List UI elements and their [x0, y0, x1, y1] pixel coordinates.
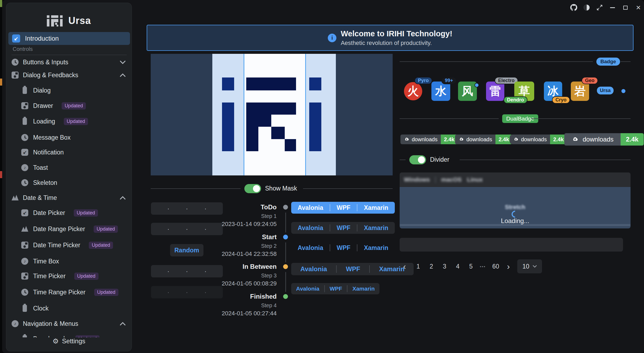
downloads-badge-large[interactable]: downloads 2.4k — [564, 133, 644, 146]
xamarin-button[interactable]: Xamarin — [357, 224, 395, 232]
theme-toggle-icon — [583, 4, 590, 11]
updated-badge: Updated — [62, 102, 86, 110]
trees-icon — [21, 225, 28, 232]
pagination-page-3[interactable]: 3 — [439, 260, 451, 273]
pagination-page-5[interactable]: 5 — [465, 260, 477, 273]
logo-pixel — [246, 77, 296, 90]
desktop: × Ursa Introduction Con — [0, 0, 644, 353]
pagination-page-last[interactable]: 60 — [490, 260, 502, 273]
sidebar-item-clock[interactable]: Clock — [8, 302, 130, 315]
blurred-stretch-label: Stretch — [400, 204, 631, 211]
downloads-badge[interactable]: downloads 2.4k — [400, 135, 458, 144]
wpf-button[interactable]: WPF — [330, 244, 357, 252]
avalonia-button[interactable]: Avalonia — [291, 265, 336, 273]
pagination-page-1[interactable]: 1 — [412, 260, 424, 273]
sidebar-item-notification[interactable]: Notification — [8, 146, 130, 158]
sidebar-item-date-time-picker[interactable]: Date Time Picker Updated — [8, 239, 130, 251]
sidebar-item-dialog[interactable]: Dialog — [8, 84, 130, 97]
sidebar-group-date-time[interactable]: Date & Time — [8, 192, 130, 204]
xamarin-button[interactable]: Xamarin — [347, 285, 379, 292]
show-mask-toggle[interactable] — [244, 184, 261, 193]
badge-ursa: Ursa — [597, 87, 614, 94]
sidebar-item-toast[interactable]: Toast — [8, 161, 130, 174]
pagination-next-button[interactable]: › — [504, 260, 512, 273]
wpf-button[interactable]: WPF — [325, 285, 347, 292]
sidebar-group-dialog-feedbacks[interactable]: Dialog & Feedbacks — [8, 69, 130, 81]
theme-toggle-button[interactable] — [581, 3, 592, 12]
button-group-solid: Avalonia WPF Xamarin — [291, 202, 395, 214]
tab-windows[interactable]: Windows — [404, 176, 430, 183]
wpf-button[interactable]: WPF — [330, 224, 357, 232]
tab-macos[interactable]: macOS — [441, 176, 462, 183]
downloads-badge[interactable]: downloads 2.4k — [455, 135, 512, 144]
sidebar-item-skeleton[interactable]: Skeleton — [8, 176, 130, 189]
tab-linux[interactable]: Linux — [467, 176, 483, 183]
divider-toggle[interactable] — [409, 155, 426, 164]
introduction-icon — [12, 34, 20, 43]
show-mask-label: Show Mask — [265, 185, 297, 192]
ursa-logo-icon — [47, 14, 64, 28]
sidebar-item-date-range-picker[interactable]: Date Range Picker Updated — [8, 223, 130, 235]
xamarin-button[interactable]: Xamarin — [357, 244, 395, 252]
avalonia-button[interactable]: Avalonia — [291, 204, 330, 211]
info-icon: i — [328, 34, 336, 42]
minimize-button[interactable] — [607, 3, 618, 12]
badge-cryo: Cryo — [552, 96, 570, 104]
loading-panel: Windows macOS Linux Stretch Loading... — [400, 172, 631, 228]
battery-icon — [23, 305, 27, 312]
sidebar-item-drawer[interactable]: Drawer Updated — [8, 100, 130, 112]
sidebar-group-navigation-menus[interactable]: Navigation & Menus — [8, 317, 130, 330]
chevron-up-icon — [120, 196, 126, 200]
sidebar-item-time-box[interactable]: Time Box — [8, 255, 130, 267]
avalonia-button[interactable]: Avalonia — [291, 285, 324, 292]
logo-pixel — [246, 103, 258, 151]
banner-subtitle: Aesthetic revolution of productivity. — [341, 40, 452, 47]
sidebar-item-date-picker[interactable]: Date Picker Updated — [8, 207, 130, 219]
floppy-icon — [12, 72, 19, 79]
xamarin-button[interactable]: Xamarin — [357, 204, 395, 211]
banner-title: Welcome to IRIHI Technology! — [341, 29, 452, 38]
pagination-page-2[interactable]: 2 — [425, 260, 437, 273]
settings-button[interactable]: ⚙ Settings — [6, 335, 132, 347]
fullscreen-button[interactable] — [594, 3, 605, 12]
fullscreen-icon — [596, 4, 603, 11]
pagination-prev-button[interactable]: ‹ — [400, 260, 409, 273]
background-sliver-red — [0, 171, 2, 178]
button-group-borderless: Avalonia WPF Xamarin — [291, 242, 395, 254]
download-icon — [571, 136, 579, 143]
wpf-button[interactable]: WPF — [330, 204, 357, 211]
welcome-banner: i Welcome to IRIHI Technology! Aesthetic… — [147, 25, 634, 51]
timeline-step-sub: Step 3 — [174, 273, 277, 279]
sidebar-group-buttons-inputs[interactable]: Buttons & Inputs — [8, 56, 130, 68]
timeline-step-time: 2024-01-04 22:32:58 — [174, 250, 277, 257]
wpf-button[interactable]: WPF — [337, 265, 369, 273]
mask-guide-line — [305, 54, 306, 175]
sidebar-item-message-box[interactable]: Message Box — [8, 131, 130, 144]
download-icon — [513, 136, 519, 142]
updated-badge: Updated — [94, 225, 118, 233]
sidebar-item-time-range-picker[interactable]: Time Range Picker Updated — [8, 286, 130, 298]
maximize-button[interactable] — [620, 3, 631, 12]
avalonia-button[interactable]: Avalonia — [291, 224, 330, 232]
sidebar-item-loading[interactable]: Loading Updated — [8, 115, 130, 128]
note-icon — [21, 164, 28, 171]
github-button[interactable] — [568, 3, 579, 12]
arrow-icon — [21, 209, 28, 216]
timeline-step-time: 2024-01-05 00:27:44 — [174, 310, 277, 317]
background-sliver-amber — [0, 79, 2, 86]
avalonia-button[interactable]: Avalonia — [291, 244, 330, 252]
timeline-step-sub: Step 2 — [174, 243, 277, 249]
empty-input-box[interactable] — [400, 238, 623, 252]
sidebar-item-time-picker[interactable]: Time Picker Updated — [8, 270, 130, 282]
note-icon — [12, 320, 19, 327]
pagination-ellipsis[interactable]: ••• — [477, 260, 488, 273]
battery-icon — [23, 118, 27, 125]
badge-dot — [474, 83, 479, 87]
page-size-select[interactable]: 10 — [517, 259, 542, 273]
downloads-badge[interactable]: downloads 2.4k — [510, 135, 567, 144]
close-button[interactable]: × — [633, 3, 644, 12]
pagination-page-4[interactable]: 4 — [452, 260, 464, 273]
element-tile-electro: 雷 — [486, 82, 504, 101]
sidebar-item-introduction[interactable]: Introduction — [8, 32, 130, 45]
mask-guide-line — [244, 54, 244, 175]
